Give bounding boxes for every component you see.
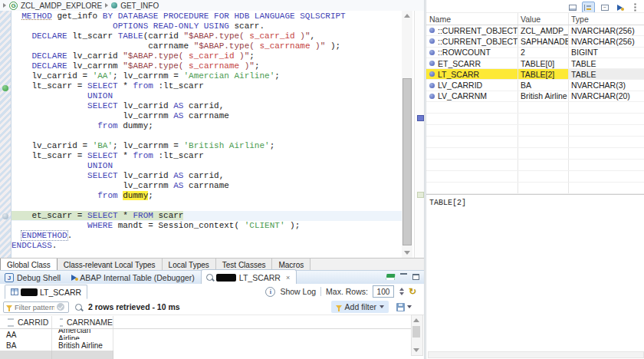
code-line[interactable]: DECLARE lt_scarr TABLE(carrid "$ABAP.typ… <box>12 31 402 41</box>
editor-tab-global-class[interactable]: Global Class <box>0 259 58 271</box>
code-line[interactable]: SELECT lv_carrid AS carrid, <box>12 101 402 111</box>
code-line[interactable]: UNION <box>12 161 402 171</box>
variable-row-empty[interactable] <box>426 171 644 183</box>
variable-row-empty[interactable] <box>426 160 644 171</box>
maximize-view-icon[interactable] <box>412 274 419 280</box>
code-line[interactable]: SELECT lv_carrid AS carrid, <box>12 171 402 181</box>
scroll-up-icon[interactable] <box>404 14 410 18</box>
filter-box[interactable] <box>3 301 69 313</box>
code-line[interactable]: lt_scarr = SELECT * from :lt_scarr <box>12 81 402 91</box>
variable-detail-pane[interactable]: TABLE[2] <box>426 194 644 353</box>
editor-vertical-scrollbar[interactable] <box>402 11 412 258</box>
overview-marker-occurrence[interactable] <box>417 192 424 198</box>
apply-filter-icon[interactable] <box>57 303 64 311</box>
show-details-icon[interactable] <box>567 2 578 12</box>
empty-cell <box>0 351 52 359</box>
preview-scroll-thumb[interactable] <box>412 326 420 338</box>
view-tab-abap-internal-table-debugger-[interactable]: ABAP Internal Table (Debugger) <box>67 271 201 285</box>
scroll-down-icon[interactable] <box>404 251 410 255</box>
code-line[interactable]: from dummy; <box>12 121 402 131</box>
preview-column-header[interactable]: CARRID <box>0 316 52 328</box>
variable-type: NVARCHAR(256) <box>569 36 644 46</box>
code-line[interactable]: lv_carrnm AS carrname <box>12 181 402 191</box>
editor-gutter[interactable] <box>0 11 12 258</box>
preview-table-row[interactable]: BABritish Airline <box>0 340 411 351</box>
export-button[interactable] <box>396 301 412 313</box>
code-line[interactable]: OPTIONS READ-ONLY USING scarr. <box>12 21 402 31</box>
scroll-down-icon[interactable] <box>413 348 419 352</box>
variable-row[interactable]: LV_CARRNMBritish AirlineNVARCHAR(20) <box>426 91 644 102</box>
code-line[interactable]: lv_carrid = 'BA'; lv_carrnm = 'British A… <box>12 141 402 151</box>
code-line[interactable]: ENDMETHOD. <box>12 231 402 241</box>
variable-value: TABLE[0] <box>518 58 569 68</box>
code-token: BY DATABASE PROCEDURE FOR HDB LANGUAGE S… <box>103 12 346 21</box>
preview-column-header[interactable]: CARRNAME <box>52 316 113 328</box>
code-line[interactable]: carrname "$ABAP.type( s_carrname )" ); <box>12 41 402 51</box>
preview-table-row[interactable]: AAAmercian Airline <box>0 329 411 340</box>
code-line[interactable]: UNION <box>12 91 402 101</box>
code-line[interactable]: from dummy; <box>12 191 402 201</box>
code-line[interactable]: lt_scarr = SELECT * from :lt_scarr <box>12 151 402 161</box>
variable-row-empty[interactable] <box>426 102 644 114</box>
code-line[interactable]: lv_carrid = 'AA'; lv_carrnm = 'Amercian … <box>12 71 402 81</box>
view-tab-debug-shell[interactable]: JDebug Shell <box>0 271 67 285</box>
variable-row[interactable]: ::ROWCOUNT2BIGINT <box>426 48 644 58</box>
code-line[interactable]: lv_carrnm AS carrname <box>12 111 402 121</box>
show-logical-structure-icon[interactable] <box>582 2 595 13</box>
debug-marker-icon[interactable] <box>2 213 8 219</box>
variable-row-empty[interactable] <box>426 183 644 194</box>
breakpoint-icon[interactable] <box>2 85 8 91</box>
code-token: UNION <box>87 161 113 170</box>
breadcrumb-method[interactable]: GET_INFO <box>120 2 159 10</box>
variables-column-header[interactable]: Type <box>569 13 644 25</box>
code-line[interactable]: DECLARE lv_carrid "$ABAP.type( s_carr_id… <box>12 51 402 61</box>
code-line[interactable] <box>12 201 402 211</box>
view-menu-icon[interactable] <box>629 2 641 12</box>
variable-row[interactable]: LT_SCARRTABLE[2]TABLE <box>426 69 644 80</box>
breadcrumb-expand-icon[interactable] <box>3 3 6 8</box>
close-icon[interactable]: × <box>286 274 290 282</box>
code-editor[interactable]: METHOD get_info BY DATABASE PROCEDURE FO… <box>0 11 424 258</box>
code-line[interactable]: ENDCLASS. <box>12 241 402 251</box>
breadcrumb-separator-icon[interactable] <box>105 3 108 8</box>
max-rows-stepper[interactable] <box>399 288 404 295</box>
code-line[interactable]: et_scarr = SELECT * FROM scarr <box>12 211 402 221</box>
code-line[interactable]: WHERE mandt = Session_context( 'CLIENT' … <box>12 221 402 231</box>
editor-tab-class-relevant-local-types[interactable]: Class-relevant Local Types <box>58 259 163 271</box>
variables-column-header[interactable]: Name <box>426 13 518 25</box>
overview-ruler[interactable] <box>414 11 425 258</box>
code-line[interactable]: METHOD get_info BY DATABASE PROCEDURE FO… <box>12 12 402 21</box>
collapse-all-icon[interactable] <box>599 2 610 12</box>
variable-row[interactable]: ::CURRENT_OBJECT_SCHEMASAPHANADBNVARCHAR… <box>426 36 644 47</box>
editor-scroll-thumb[interactable] <box>402 78 412 245</box>
max-rows-input[interactable]: 100 <box>373 285 394 298</box>
code-line[interactable]: DECLARE lv_carrnm "$ABAP.type( s_carrnam… <box>12 61 402 71</box>
view-tab-lt-scarr[interactable]: LT_SCARR× <box>201 269 297 285</box>
detail-horizontal-scrollbar[interactable] <box>428 351 644 358</box>
breadcrumb-class[interactable]: ZCL_AMDP_EXPLORE <box>21 2 102 10</box>
variables-column-header[interactable]: Value <box>518 13 569 25</box>
minimize-view-icon[interactable] <box>400 273 407 281</box>
code-token: carrname <box>12 41 194 51</box>
variable-row-empty[interactable] <box>426 125 644 137</box>
variable-row-empty[interactable] <box>426 148 644 160</box>
variable-row[interactable]: LV_CARRIDBANVARCHAR(3) <box>426 80 644 91</box>
add-filter-button[interactable]: Add filter <box>331 301 389 313</box>
code-token: OPTIONS READ-ONLY USING <box>113 21 229 31</box>
code-line[interactable] <box>12 131 402 141</box>
filter-input[interactable] <box>15 303 54 311</box>
variable-row-empty[interactable] <box>426 114 644 125</box>
variable-row[interactable]: ::CURRENT_OBJECT_NAMEZCL_AMDP_EX...NVARC… <box>426 25 644 36</box>
overview-marker-current[interactable] <box>417 115 424 121</box>
refresh-icon[interactable] <box>409 288 416 295</box>
code-text-area[interactable]: METHOD get_info BY DATABASE PROCEDURE FO… <box>12 12 402 257</box>
scroll-up-icon[interactable] <box>413 318 419 322</box>
preview-vertical-scrollbar[interactable] <box>411 315 423 356</box>
pin-view-icon[interactable] <box>386 274 396 280</box>
preview-table-row-empty[interactable] <box>0 351 411 359</box>
variable-row-empty[interactable] <box>426 137 644 148</box>
show-log-link[interactable]: Show Log <box>280 287 316 296</box>
variable-row[interactable]: ET_SCARRTABLE[0]TABLE <box>426 58 644 69</box>
preview-subtab[interactable]: LT_SCARR <box>5 285 87 299</box>
load-configuration-icon[interactable] <box>614 2 626 12</box>
